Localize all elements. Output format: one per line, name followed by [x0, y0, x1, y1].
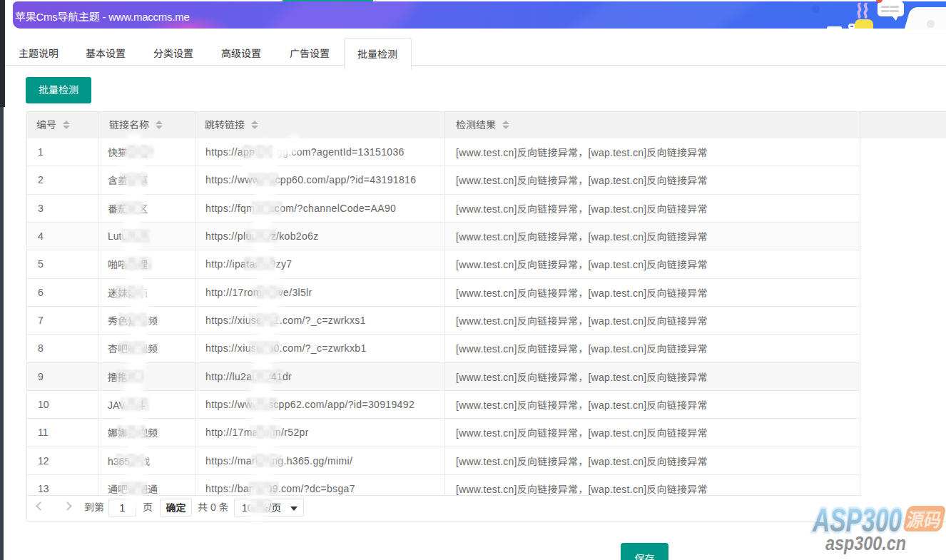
- svg-text:源码: 源码: [905, 509, 943, 531]
- svg-text:asp300.cn: asp300.cn: [825, 533, 906, 554]
